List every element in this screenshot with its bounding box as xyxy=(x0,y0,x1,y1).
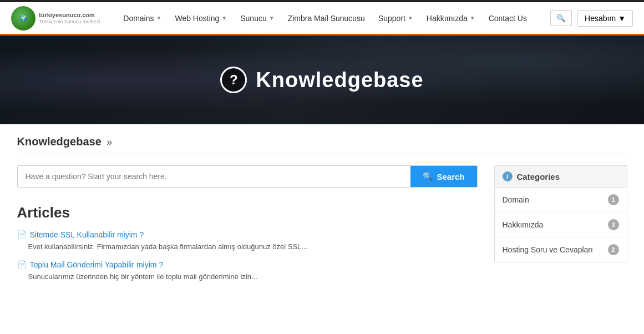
document-icon: 📄 xyxy=(17,260,27,269)
article-excerpt-1: Evet kullanabilirsiniz. Firmamızdan yada… xyxy=(17,241,478,252)
breadcrumb: Knowledgebase » xyxy=(17,135,627,154)
content-row: 🔍 Search Articles 📄 Sitemde SSL Kullanab… xyxy=(17,165,627,290)
nav-right: 🔍 Hesabım ▼ xyxy=(550,10,633,27)
left-column: 🔍 Search Articles 📄 Sitemde SSL Kullanab… xyxy=(17,165,478,290)
logo-icon: 🌍 xyxy=(11,6,36,31)
hero-icon: ? xyxy=(220,67,247,93)
right-sidebar: i Categories Domain 1 Hakkımızda 3 Hosti… xyxy=(494,165,627,290)
chevron-down-icon: ▼ xyxy=(269,15,275,21)
search-button[interactable]: 🔍 Search xyxy=(410,166,476,187)
nav-link-contact[interactable]: Contact Us xyxy=(482,2,534,35)
search-input[interactable] xyxy=(18,166,411,187)
logo[interactable]: 🌍 türkiyesunucu.com Türkiye'nin Sunucu m… xyxy=(11,6,100,31)
categories-box: i Categories Domain 1 Hakkımızda 3 Hosti… xyxy=(494,165,627,262)
categories-header: i Categories xyxy=(495,166,627,188)
chevron-down-icon: ▼ xyxy=(221,15,227,21)
nav-item-zimbra[interactable]: Zimbra Mail Sunucusu xyxy=(281,2,372,35)
articles-title: Articles xyxy=(17,204,478,221)
list-item: 📄 Sitemde SSL Kullanabilir miyim ? Evet … xyxy=(17,230,478,252)
category-item-hakkimizda[interactable]: Hakkımızda 3 xyxy=(495,212,627,237)
nav-item-support[interactable]: Support▼ xyxy=(372,2,420,35)
chevron-down-icon: ▼ xyxy=(470,15,475,21)
nav-item-contact[interactable]: Contact Us xyxy=(482,2,534,35)
nav-item-webhosting[interactable]: Web Hosting▼ xyxy=(168,2,234,35)
chevron-down-icon: ▼ xyxy=(156,15,162,21)
chevron-down-icon: ▼ xyxy=(408,15,413,21)
nav-link-sunucu[interactable]: Sunucu▼ xyxy=(234,2,281,35)
nav-item-sunucu[interactable]: Sunucu▼ xyxy=(234,2,281,35)
category-item-domain[interactable]: Domain 1 xyxy=(495,188,627,212)
logo-text: türkiyesunucu.com Türkiye'nin Sunucu mer… xyxy=(39,11,100,26)
nav-link-hakkimizda[interactable]: Hakkımızda▼ xyxy=(420,2,482,35)
nav-links: Domains▼ Web Hosting▼ Sunucu▼ Zimbra Mai… xyxy=(116,2,550,35)
navbar: 🌍 türkiyesunucu.com Türkiye'nin Sunucu m… xyxy=(0,2,644,36)
main-wrapper: Knowledgebase » 🔍 Search Articles 📄 Site… xyxy=(6,124,638,301)
category-item-hosting[interactable]: Hosting Soru ve Cevapları 2 xyxy=(495,237,627,262)
breadcrumb-arrow: » xyxy=(107,136,112,148)
hero-banner: ? Knowledgebase xyxy=(0,36,644,124)
list-item: 📄 Toplu Mail Gönderimi Yapabilir miyim ?… xyxy=(17,260,478,282)
hero-content: ? Knowledgebase xyxy=(220,67,423,93)
article-link-1[interactable]: 📄 Sitemde SSL Kullanabilir miyim ? xyxy=(17,230,478,239)
nav-item-domains[interactable]: Domains▼ xyxy=(116,2,168,35)
nav-link-zimbra[interactable]: Zimbra Mail Sunucusu xyxy=(281,2,372,35)
nav-item-hakkimizda[interactable]: Hakkımızda▼ xyxy=(420,2,482,35)
category-badge: 3 xyxy=(608,219,619,230)
hero-title: Knowledgebase xyxy=(256,68,423,92)
search-nav-button[interactable]: 🔍 xyxy=(550,10,572,26)
category-badge: 2 xyxy=(608,244,619,255)
article-link-2[interactable]: 📄 Toplu Mail Gönderimi Yapabilir miyim ? xyxy=(17,260,478,269)
search-icon: 🔍 xyxy=(423,171,433,181)
nav-link-webhosting[interactable]: Web Hosting▼ xyxy=(168,2,234,35)
search-box: 🔍 Search xyxy=(17,165,478,188)
article-excerpt-2: Sunucularımız üzerinden hiç bir yöntem i… xyxy=(17,271,478,282)
chevron-down-icon: ▼ xyxy=(618,14,626,23)
info-icon: i xyxy=(503,171,513,181)
document-icon: 📄 xyxy=(17,230,27,239)
nav-link-support[interactable]: Support▼ xyxy=(372,2,420,35)
account-button[interactable]: Hesabım ▼ xyxy=(577,10,633,27)
nav-link-domains[interactable]: Domains▼ xyxy=(116,2,168,35)
category-badge: 1 xyxy=(608,194,619,205)
